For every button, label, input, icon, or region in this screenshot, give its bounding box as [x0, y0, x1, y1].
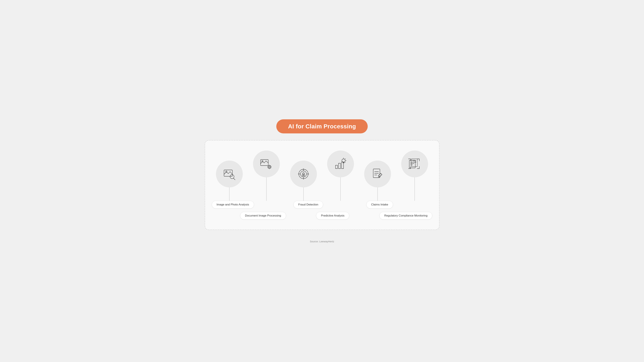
label-image-photo: Image and Photo Analysis: [212, 201, 254, 209]
column-document-image: [249, 150, 284, 201]
svg-rect-25: [338, 163, 340, 169]
label-slot-3: Fraud Detection: [291, 201, 325, 209]
svg-point-27: [342, 159, 345, 162]
vline-image-photo: [229, 187, 230, 201]
vline-fraud-detection: [303, 187, 304, 201]
icon-circle-document-image: [253, 150, 280, 177]
target-lock-icon: [297, 167, 310, 181]
labels-row-1: Image and Photo Analysis Fraud Detection…: [212, 201, 432, 209]
svg-point-23: [303, 175, 304, 175]
label-slot-1: Image and Photo Analysis: [212, 201, 254, 209]
vline-regulatory: [414, 177, 415, 201]
svg-rect-46: [411, 159, 417, 167]
label-fraud-detection: Fraud Detection: [294, 201, 323, 209]
document-gear-icon: [260, 157, 273, 171]
label-slot-r2-3: [288, 212, 314, 220]
column-regulatory: [397, 150, 432, 201]
svg-line-39: [380, 173, 382, 175]
label-document-image: Document Image Processing: [240, 212, 286, 220]
svg-line-32: [345, 159, 346, 159]
label-predictive-analysis: Predictive Analysis: [316, 212, 349, 220]
document-scan-icon: [408, 157, 421, 171]
column-fraud-detection: [286, 161, 321, 201]
label-slot-4: [327, 201, 361, 209]
label-slot-r2-5: [351, 212, 378, 220]
icon-circle-regulatory: [401, 150, 428, 177]
labels-row-2: Document Image Processing Predictive Ana…: [212, 212, 432, 220]
column-image-photo: [212, 161, 247, 201]
diagram-container: Image and Photo Analysis Fraud Detection…: [205, 140, 440, 230]
icon-circle-image-photo: [216, 161, 243, 187]
svg-rect-24: [336, 165, 338, 169]
icon-circle-claims-intake: [364, 161, 391, 187]
page-wrapper: AI for Claim Processing: [205, 119, 440, 243]
label-slot-r2-6: Regulatory Compliance Monitoring: [380, 212, 432, 220]
vline-claims-intake: [378, 187, 378, 201]
svg-rect-42: [409, 160, 415, 168]
label-slot-5: Claims Intake: [363, 201, 397, 209]
svg-line-3: [234, 178, 235, 180]
label-slot-2: [256, 201, 290, 209]
icon-circle-predictive-analysis: [327, 150, 354, 177]
document-edit-icon: [371, 167, 384, 181]
label-claims-intake: Claims Intake: [366, 201, 393, 209]
column-claims-intake: [360, 161, 395, 201]
label-slot-r2-2: Document Image Processing: [240, 212, 286, 220]
icons-row: [212, 150, 432, 201]
main-title: AI for Claim Processing: [276, 119, 368, 133]
source-text: Source: LeewayHertz: [310, 240, 334, 243]
label-slot-r2-1: [212, 212, 238, 220]
column-predictive-analysis: [323, 150, 358, 201]
label-slot-6: [398, 201, 432, 209]
svg-line-34: [345, 162, 346, 162]
icon-circle-fraud-detection: [290, 161, 317, 187]
chart-bulb-icon: [334, 157, 347, 171]
svg-point-7: [269, 166, 270, 168]
label-slot-r2-4: Predictive Analysis: [316, 212, 349, 220]
image-search-icon: [223, 167, 236, 181]
vline-predictive-analysis: [340, 177, 341, 201]
label-regulatory-compliance: Regulatory Compliance Monitoring: [380, 212, 432, 220]
svg-line-40: [378, 176, 380, 177]
vline-document-image: [266, 177, 266, 201]
